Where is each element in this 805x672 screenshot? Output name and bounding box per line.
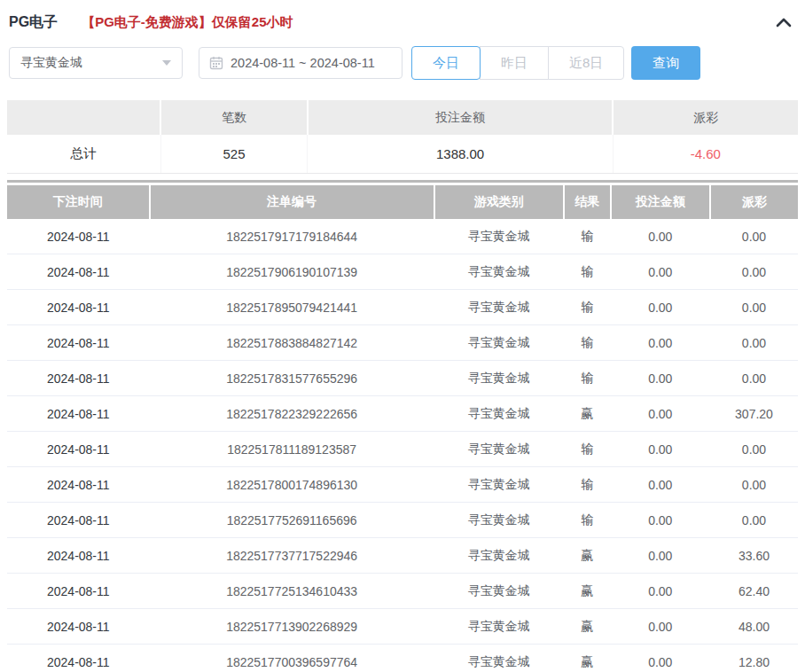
- bet-time-cell: 2024-08-11: [7, 290, 150, 325]
- result-cell: 输: [564, 219, 611, 254]
- game-type-cell: 寻宝黄金城: [434, 538, 564, 574]
- bet-id-cell: 1822517700396597764: [150, 645, 434, 672]
- bet-time-cell: 2024-08-11: [7, 574, 150, 609]
- col-header-bet-id: 注单编号: [150, 185, 434, 219]
- result-cell: 输: [564, 467, 611, 503]
- quick-range-last8days[interactable]: 近8日: [548, 46, 624, 80]
- payout-cell: 0.00: [710, 254, 798, 290]
- summary-total-count: 525: [160, 135, 308, 174]
- payout-cell: 33.60: [710, 538, 798, 574]
- chevron-down-icon: [162, 60, 171, 66]
- bet-id-cell: 1822517822329222656: [150, 396, 434, 432]
- bet-row: 2024-08-11 1822517737717522946 寻宝黄金城 赢 0…: [7, 538, 798, 574]
- result-cell: 赢: [564, 645, 611, 672]
- bet-row: 2024-08-11 1822517752691165696 寻宝黄金城 输 0…: [7, 503, 798, 538]
- result-cell: 赢: [564, 538, 611, 574]
- bet-amount-cell: 0.00: [611, 432, 710, 467]
- col-header-payout: 派彩: [710, 185, 798, 219]
- summary-total-payout: -4.60: [613, 135, 798, 174]
- game-type-cell: 寻宝黄金城: [434, 432, 564, 467]
- payout-cell: 0.00: [710, 361, 798, 396]
- summary-total-bet-amount: 1388.00: [308, 135, 613, 174]
- payout-cell: 0.00: [710, 503, 798, 538]
- bet-id-cell: 1822517883884827142: [150, 325, 434, 361]
- payout-cell: 62.40: [710, 574, 798, 609]
- bet-amount-cell: 0.00: [611, 467, 710, 503]
- game-type-cell: 寻宝黄金城: [434, 574, 564, 609]
- bet-time-cell: 2024-08-11: [7, 325, 150, 361]
- result-cell: 输: [564, 503, 611, 538]
- bet-time-cell: 2024-08-11: [7, 432, 150, 467]
- summary-table: 笔数 投注金额 派彩 总计 525 1388.00 -4.60: [7, 100, 798, 174]
- bet-id-cell: 1822517895079421441: [150, 290, 434, 325]
- bet-row: 2024-08-11 1822517831577655296 寻宝黄金城 输 0…: [7, 361, 798, 396]
- date-range-input[interactable]: 2024-08-11 ~ 2024-08-11: [199, 47, 402, 79]
- bet-row: 2024-08-11 1822517713902268929 寻宝黄金城 赢 0…: [7, 609, 798, 645]
- bet-row: 2024-08-11 1822517883884827142 寻宝黄金城 输 0…: [7, 325, 798, 361]
- bet-id-cell: 1822517831577655296: [150, 361, 434, 396]
- quick-range-today[interactable]: 今日: [411, 46, 481, 80]
- chevron-up-icon: [775, 16, 793, 28]
- bet-time-cell: 2024-08-11: [7, 645, 150, 672]
- bet-id-cell: 1822517906190107139: [150, 254, 434, 290]
- page-title: PG电子: [9, 13, 58, 32]
- game-type-cell: 寻宝黄金城: [434, 645, 564, 672]
- payout-cell: 0.00: [710, 290, 798, 325]
- bet-time-cell: 2024-08-11: [7, 219, 150, 254]
- bet-row: 2024-08-11 1822517895079421441 寻宝黄金城 输 0…: [7, 290, 798, 325]
- bet-time-cell: 2024-08-11: [7, 254, 150, 290]
- bet-amount-cell: 0.00: [611, 361, 710, 396]
- bet-id-cell: 1822517725134610433: [150, 574, 434, 609]
- summary-header-count: 笔数: [160, 100, 308, 135]
- game-type-cell: 寻宝黄金城: [434, 467, 564, 503]
- bet-time-cell: 2024-08-11: [7, 609, 150, 645]
- bet-amount-cell: 0.00: [611, 574, 710, 609]
- summary-total-row: 总计 525 1388.00 -4.60: [7, 135, 798, 174]
- game-type-cell: 寻宝黄金城: [434, 254, 564, 290]
- collapse-panel-button[interactable]: [775, 16, 793, 28]
- summary-header-bet-amount: 投注金额: [308, 100, 613, 135]
- bet-row: 2024-08-11 1822517906190107139 寻宝黄金城 输 0…: [7, 254, 798, 290]
- result-cell: 输: [564, 254, 611, 290]
- bet-id-cell: 1822517737717522946: [150, 538, 434, 574]
- summary-header-blank: [7, 100, 160, 135]
- bet-amount-cell: 0.00: [611, 503, 710, 538]
- bet-time-cell: 2024-08-11: [7, 503, 150, 538]
- bet-amount-cell: 0.00: [611, 325, 710, 361]
- bet-amount-cell: 0.00: [611, 538, 710, 574]
- quick-range-yesterday[interactable]: 昨日: [480, 46, 549, 80]
- bet-row: 2024-08-11 1822517811189123587 寻宝黄金城 输 0…: [7, 432, 798, 467]
- game-type-cell: 寻宝黄金城: [434, 325, 564, 361]
- payout-cell: 0.00: [710, 325, 798, 361]
- game-select[interactable]: 寻宝黄金城: [9, 47, 183, 79]
- quick-range-group: 今日 昨日 近8日: [411, 46, 624, 80]
- game-type-cell: 寻宝黄金城: [434, 219, 564, 254]
- bet-row: 2024-08-11 1822517725134610433 寻宝黄金城 赢 0…: [7, 574, 798, 609]
- bet-amount-cell: 0.00: [611, 254, 710, 290]
- game-type-cell: 寻宝黄金城: [434, 396, 564, 432]
- bet-table-wrap: 下注时间 注单编号 游戏类别 结果 投注金额 派彩 2024-08-11 182…: [7, 180, 798, 672]
- bet-time-cell: 2024-08-11: [7, 361, 150, 396]
- game-type-cell: 寻宝黄金城: [434, 503, 564, 538]
- bet-row: 2024-08-11 1822517800174896130 寻宝黄金城 输 0…: [7, 467, 798, 503]
- game-type-cell: 寻宝黄金城: [434, 609, 564, 645]
- bet-records-table: 下注时间 注单编号 游戏类别 结果 投注金额 派彩 2024-08-11 182…: [7, 185, 798, 672]
- bet-amount-cell: 0.00: [611, 290, 710, 325]
- bet-id-cell: 1822517752691165696: [150, 503, 434, 538]
- result-cell: 输: [564, 432, 611, 467]
- payout-cell: 307.20: [710, 396, 798, 432]
- bet-id-cell: 1822517917179184644: [150, 219, 434, 254]
- col-header-bet-time: 下注时间: [7, 185, 150, 219]
- payout-cell: 0.00: [710, 219, 798, 254]
- filter-bar: 寻宝黄金城 2024-08-11 ~ 2024-08-11 今日 昨日 近8日 …: [9, 46, 805, 80]
- payout-cell: 0.00: [710, 432, 798, 467]
- game-type-cell: 寻宝黄金城: [434, 361, 564, 396]
- search-button[interactable]: 查询: [631, 46, 700, 80]
- payout-cell: 12.80: [710, 645, 798, 672]
- panel-header: PG电子 【PG电子-免费游戏】仅保留25小时: [0, 0, 805, 35]
- bet-time-cell: 2024-08-11: [7, 538, 150, 574]
- bet-row: 2024-08-11 1822517917179184644 寻宝黄金城 输 0…: [7, 219, 798, 254]
- bet-amount-cell: 0.00: [611, 396, 710, 432]
- bet-amount-cell: 0.00: [611, 219, 710, 254]
- result-cell: 输: [564, 290, 611, 325]
